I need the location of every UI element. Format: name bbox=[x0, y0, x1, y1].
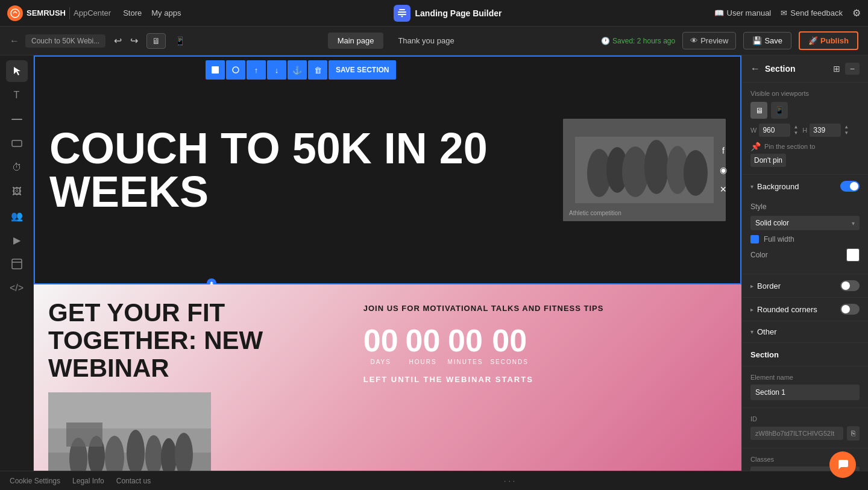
width-up-button[interactable]: ▲ bbox=[793, 124, 799, 130]
desktop-viewport-button[interactable]: 🖥 bbox=[750, 102, 767, 119]
svg-rect-4 bbox=[11, 119, 22, 120]
toolbar-left: ← Couch to 50K Webi... ↩ ↪ 🖥 📱 bbox=[10, 33, 190, 49]
width-stepper: ▲ ▼ bbox=[793, 124, 799, 136]
desktop-view-button[interactable]: 🖥 bbox=[146, 33, 166, 49]
rounded-toggle-knob bbox=[841, 305, 850, 313]
cookie-settings-link[interactable]: Cookie Settings bbox=[10, 477, 60, 485]
style-select[interactable]: Solid color ▾ bbox=[750, 216, 860, 230]
app-icon bbox=[394, 5, 410, 22]
border-group-header[interactable]: ▸ Border bbox=[742, 274, 868, 297]
panel-back-button[interactable]: ← bbox=[750, 63, 760, 74]
landing-page-preview: COUCH TO 50K IN 20 WEEKS Athletic compet… bbox=[34, 55, 741, 490]
contact-us-link[interactable]: Contact us bbox=[116, 477, 151, 485]
sidebar-item-timer[interactable]: ⏱ bbox=[6, 157, 28, 178]
background-group-header[interactable]: ▾ Background bbox=[742, 175, 868, 198]
main-layout: T ⏱ 🖼 👥 ▶ </> ↑ ↓ ⚓ 🗑 SAVE SE bbox=[0, 55, 868, 490]
copy-id-button[interactable]: ⎘ bbox=[847, 426, 860, 441]
main-page-tab[interactable]: Main page bbox=[328, 33, 384, 49]
hero-title: COUCH TO 50K IN 20 WEEKS bbox=[49, 127, 563, 213]
height-down-button[interactable]: ▼ bbox=[843, 130, 849, 136]
thank-you-page-tab[interactable]: Thank you page bbox=[388, 33, 464, 49]
facebook-icon[interactable]: f bbox=[716, 143, 731, 158]
panel-grid-button[interactable]: ⊞ bbox=[833, 64, 840, 74]
user-manual-button[interactable]: 📖 User manual bbox=[714, 8, 772, 17]
rounded-chevron-icon: ▸ bbox=[750, 306, 753, 313]
section-move-up-button[interactable] bbox=[206, 60, 225, 80]
width-field[interactable] bbox=[759, 124, 790, 137]
instagram-icon[interactable]: ◉ bbox=[716, 163, 731, 177]
days-unit: 00 DAYS bbox=[363, 325, 398, 365]
sidebar-item-section[interactable] bbox=[6, 253, 28, 275]
element-name-input[interactable] bbox=[750, 385, 860, 400]
sidebar-item-pointer[interactable] bbox=[6, 60, 28, 82]
mobile-view-button[interactable]: 📱 bbox=[169, 33, 190, 49]
publish-button[interactable]: 🚀 Publish bbox=[799, 31, 858, 50]
panel-header: ← Section ⊞ − bbox=[742, 55, 868, 83]
section-up-button[interactable]: ↑ bbox=[247, 60, 266, 80]
preview-button[interactable]: 👁 Preview bbox=[682, 32, 736, 49]
sidebar-item-image[interactable]: 🖼 bbox=[6, 181, 28, 203]
rounded-toggle[interactable] bbox=[840, 304, 860, 315]
full-width-checkbox[interactable] bbox=[750, 235, 759, 243]
nav-right: 📖 User manual ✉ Send feedback ⚙ bbox=[714, 7, 861, 19]
content-left: GET YOUR FIT TOGETHER: NEW WEBINAR bbox=[48, 299, 351, 490]
webinar-footer: LEFT UNTIL THE WEBINAR STARTS bbox=[363, 375, 727, 384]
sidebar-item-code[interactable]: </> bbox=[6, 277, 28, 299]
svg-point-27 bbox=[145, 435, 162, 476]
bottom-dots: ··· bbox=[504, 477, 517, 485]
content-right: JOIN US FOR MOTIVATIONAL TALKS AND FITNE… bbox=[363, 299, 727, 490]
seconds-value: 00 bbox=[492, 325, 527, 356]
other-group-header[interactable]: ▾ Other bbox=[742, 321, 868, 342]
height-up-button[interactable]: ▲ bbox=[843, 124, 849, 130]
id-input[interactable] bbox=[750, 427, 843, 440]
legal-info-link[interactable]: Legal Info bbox=[72, 477, 104, 485]
redo-button[interactable]: ↪ bbox=[128, 33, 140, 49]
save-section-button[interactable]: SAVE SECTION bbox=[329, 60, 396, 80]
viewport-buttons: 🖥 📱 bbox=[750, 102, 860, 119]
twitter-icon[interactable]: ✕ bbox=[716, 182, 731, 196]
webinar-subtitle: JOIN US FOR MOTIVATIONAL TALKS AND FITNE… bbox=[363, 304, 727, 313]
width-down-button[interactable]: ▼ bbox=[793, 130, 799, 136]
minutes-label: MINUTES bbox=[447, 359, 483, 365]
pin-select[interactable]: Don't pin bbox=[750, 154, 786, 167]
background-toggle[interactable] bbox=[840, 181, 860, 192]
pin-row: 📌 Pin the section to bbox=[750, 142, 860, 151]
mobile-viewport-button[interactable]: 📱 bbox=[771, 102, 788, 119]
pin-icon: 📌 bbox=[750, 142, 761, 151]
border-toggle[interactable] bbox=[840, 280, 860, 291]
book-icon: 📖 bbox=[714, 8, 724, 17]
section-anchor-button[interactable]: ⚓ bbox=[288, 60, 307, 80]
height-stepper: ▲ ▼ bbox=[843, 124, 849, 136]
section-down-button[interactable]: ↓ bbox=[267, 60, 286, 80]
hours-value: 00 bbox=[406, 325, 441, 356]
myapps-link[interactable]: My apps bbox=[151, 8, 181, 17]
app-title-area: Landing Page Builder bbox=[394, 5, 502, 22]
height-input: H ▲ ▼ bbox=[802, 124, 849, 137]
breadcrumb[interactable]: Couch to 50K Webi... bbox=[25, 34, 105, 48]
sidebar-item-text[interactable]: T bbox=[6, 84, 28, 106]
section-delete-button[interactable]: 🗑 bbox=[308, 60, 327, 80]
sidebar-item-video[interactable]: ▶ bbox=[6, 229, 28, 251]
section-select-button[interactable] bbox=[226, 60, 245, 80]
semrush-logo: SEMRUSH AppCenter bbox=[7, 5, 111, 21]
send-feedback-button[interactable]: ✉ Send feedback bbox=[781, 8, 843, 17]
style-chevron-icon: ▾ bbox=[852, 220, 855, 227]
sidebar-item-button[interactable] bbox=[6, 133, 28, 154]
sidebar-item-divider[interactable] bbox=[6, 108, 28, 130]
sidebar-item-people[interactable]: 👥 bbox=[6, 205, 28, 227]
eye-icon: 👁 bbox=[690, 36, 698, 45]
panel-minimize-button[interactable]: − bbox=[845, 63, 860, 75]
chat-button[interactable] bbox=[829, 451, 856, 478]
store-link[interactable]: Store bbox=[123, 8, 142, 17]
rounded-corners-group-header[interactable]: ▸ Rounded corners bbox=[742, 298, 868, 321]
save-button[interactable]: 💾 Save bbox=[743, 32, 791, 49]
element-name-section: Element name bbox=[742, 366, 868, 408]
settings-button[interactable]: ⚙ bbox=[852, 7, 861, 19]
height-field[interactable] bbox=[810, 124, 841, 137]
undo-button[interactable]: ↩ bbox=[112, 33, 124, 49]
color-swatch[interactable] bbox=[846, 248, 860, 262]
hero-section: COUCH TO 50K IN 20 WEEKS Athletic compet… bbox=[34, 55, 741, 284]
app-title: Landing Page Builder bbox=[415, 8, 502, 18]
bottom-bar: Cookie Settings Legal Info Contact us ··… bbox=[0, 471, 868, 490]
background-group: ▾ Background Style Solid color ▾ bbox=[742, 175, 868, 274]
